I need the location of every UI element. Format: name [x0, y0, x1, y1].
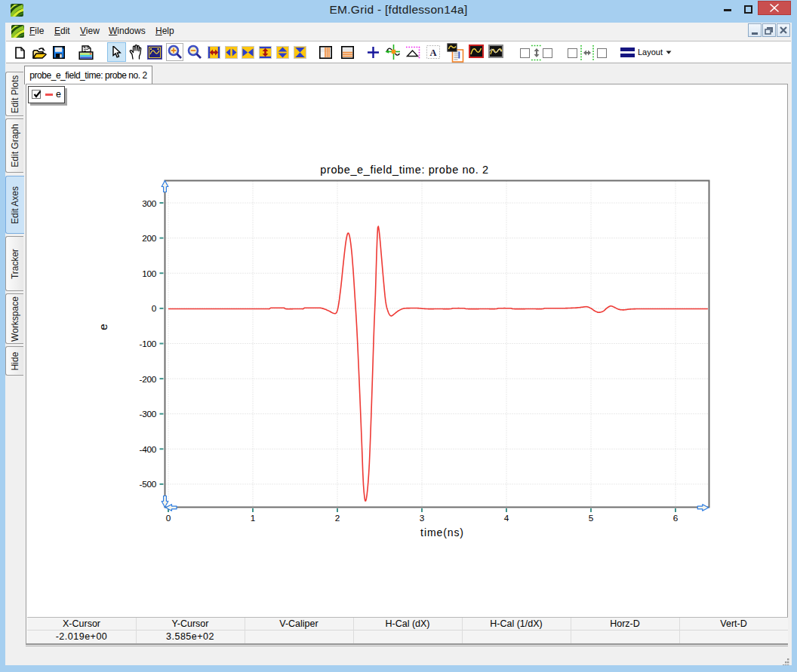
svg-text:-300: -300 — [140, 409, 157, 419]
svg-text:100: 100 — [142, 268, 157, 279]
svg-text:-400: -400 — [140, 444, 157, 455]
svg-text:1: 1 — [251, 513, 256, 523]
svg-text:3: 3 — [420, 513, 425, 523]
svg-text:-100: -100 — [140, 339, 157, 349]
svg-text:200: 200 — [142, 233, 157, 244]
svg-text:-200: -200 — [140, 374, 157, 385]
svg-text:-500: -500 — [140, 479, 157, 489]
svg-text:300: 300 — [142, 198, 157, 209]
svg-text:2: 2 — [335, 513, 340, 523]
svg-text:e: e — [97, 324, 109, 330]
svg-text:0: 0 — [152, 303, 157, 314]
svg-text:5: 5 — [589, 513, 594, 523]
svg-text:time(ns): time(ns) — [420, 526, 464, 539]
svg-text:4: 4 — [504, 513, 509, 523]
svg-text:0: 0 — [166, 513, 171, 523]
svg-text:probe_e_field_time: probe no.: probe_e_field_time: probe no. 2 — [320, 164, 488, 176]
svg-text:6: 6 — [673, 513, 679, 523]
